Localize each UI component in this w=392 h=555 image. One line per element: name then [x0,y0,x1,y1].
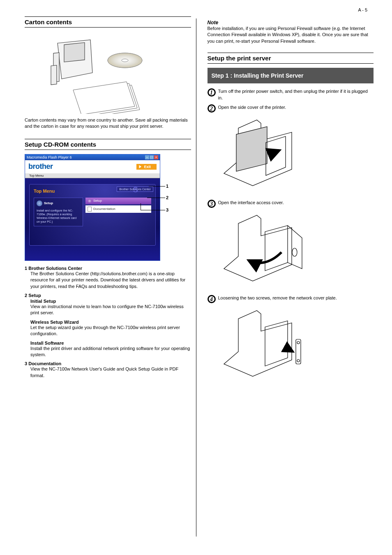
wsw-head: Wireless Setup Wizard [30,320,79,325]
note-text: Before installation, if you are using Pe… [208,25,374,44]
setup-cd-screenshot: Macromedia Flash Player 6 –□× brother Ex… [25,154,173,261]
label-2-num: 2 [25,293,27,298]
step-2-icon: 2 [208,104,216,113]
label-1-desc: The Brother Solutions Center (http://sol… [30,271,191,290]
top-menu-strip: Top Menu [25,173,160,178]
svg-point-6 [122,59,128,62]
step-4-text: Loosening the two screws, remove the net… [218,295,374,303]
label-3-desc: View the NC-7100w Network User's Guide a… [30,366,191,379]
step-1-text: Turn off the printer power switch, and t… [218,88,374,101]
label-1-title: Brother Solutions Center [28,266,82,271]
documentation-menu-item[interactable]: Documentation [85,205,151,213]
label-1-num: 1 [25,266,27,271]
svg-rect-3 [51,65,57,85]
svg-rect-1 [64,43,85,62]
setup-desc-panel: Setup Install and configure the NC-7100w… [34,198,83,226]
setup-menu-item[interactable]: Setup [85,198,151,204]
label-3-num: 3 [25,361,27,366]
step-4-illustration [220,306,314,385]
exit-button[interactable]: Exit [136,164,157,170]
page-number: A - 5 [358,7,367,12]
note-heading: Note [208,20,374,25]
svg-rect-12 [296,339,301,364]
callout-2-num: 2 [166,195,168,200]
install-sw-desc: Install the print driver and additional … [30,345,191,358]
step-1-icon: 1 [208,88,216,97]
install-sw-head: Install Software [30,341,64,345]
carton-contents-heading: Carton contents [25,16,191,28]
svg-rect-10 [236,127,267,171]
callout-1-num: 1 [166,184,168,189]
label-3-title: Documentation [28,361,61,366]
svg-point-11 [292,248,297,256]
setup-print-server-heading: Setup the print server [208,53,374,64]
callout-3-num: 3 [166,207,168,212]
step1-bar: Step 1 : Installing the Print Server [208,68,374,83]
initial-setup-head: Initial Setup [30,299,56,304]
column-divider [196,18,196,537]
step-4-icon: 4 [208,295,216,303]
window-control-icons: –□× [145,155,158,159]
carton-contents-illustration [25,32,148,114]
brother-solutions-center-link[interactable]: S Brother Solutions Center [117,187,153,192]
step-2-text: Open the side cover of the printer. [218,104,374,113]
brother-logo: brother [28,162,53,171]
window-title: Macromedia Flash Player 6 [27,155,72,159]
step-3-icon: 3 [208,200,216,208]
step-3-illustration [220,211,314,289]
step-2-illustration [220,116,314,194]
initial-setup-desc: View an instructional movie to learn how… [30,304,191,316]
svg-point-13 [297,341,300,344]
carton-desc: Carton contents may vary from one countr… [25,117,191,130]
step-3-text: Open the interface access cover. [218,200,374,208]
svg-point-14 [297,359,300,362]
label-2-title: Setup [28,293,41,298]
setup-cdrom-heading: Setup CD-ROM contents [25,139,191,150]
wsw-desc: Let the setup wizard guide you through t… [30,325,191,337]
